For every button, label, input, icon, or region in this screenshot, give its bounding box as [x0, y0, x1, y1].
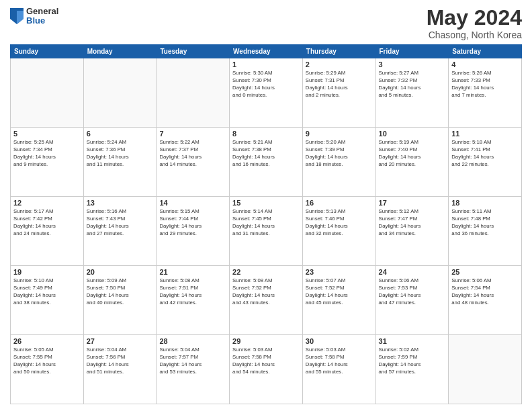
day-number: 5 — [13, 130, 81, 138]
day-number: 13 — [87, 199, 154, 207]
day-number: 30 — [306, 337, 373, 345]
day-number: 20 — [87, 268, 154, 276]
page: General Blue May 2024 Chasong, North Kor… — [0, 0, 532, 411]
calendar-cell — [449, 335, 522, 404]
day-info: Sunrise: 5:09 AM Sunset: 7:50 PM Dayligh… — [87, 277, 154, 307]
calendar-header-friday: Friday — [375, 45, 449, 58]
calendar-header-monday: Monday — [83, 45, 157, 58]
day-info: Sunrise: 5:02 AM Sunset: 7:59 PM Dayligh… — [379, 347, 446, 376]
logo-blue-text: Blue — [26, 16, 58, 26]
calendar-header-wednesday: Wednesday — [230, 45, 303, 58]
calendar-cell — [157, 58, 230, 128]
calendar-week-4: 26Sunrise: 5:05 AM Sunset: 7:55 PM Dayli… — [11, 335, 522, 404]
day-number: 10 — [379, 130, 446, 138]
calendar-cell: 17Sunrise: 5:12 AM Sunset: 7:47 PM Dayli… — [375, 197, 449, 266]
day-info: Sunrise: 5:18 AM Sunset: 7:41 PM Dayligh… — [451, 139, 519, 169]
day-info: Sunrise: 5:16 AM Sunset: 7:43 PM Dayligh… — [87, 208, 154, 238]
calendar-week-3: 19Sunrise: 5:10 AM Sunset: 7:49 PM Dayli… — [11, 266, 522, 335]
day-info: Sunrise: 5:10 AM Sunset: 7:49 PM Dayligh… — [13, 277, 81, 307]
calendar-cell: 12Sunrise: 5:17 AM Sunset: 7:42 PM Dayli… — [11, 197, 84, 266]
day-info: Sunrise: 5:12 AM Sunset: 7:47 PM Dayligh… — [379, 208, 446, 238]
day-number: 4 — [451, 60, 519, 68]
calendar-cell: 26Sunrise: 5:05 AM Sunset: 7:55 PM Dayli… — [11, 335, 84, 404]
calendar-cell: 18Sunrise: 5:11 AM Sunset: 7:48 PM Dayli… — [449, 197, 522, 266]
day-info: Sunrise: 5:17 AM Sunset: 7:42 PM Dayligh… — [13, 208, 81, 238]
calendar-week-1: 5Sunrise: 5:25 AM Sunset: 7:34 PM Daylig… — [11, 128, 522, 197]
calendar-cell: 22Sunrise: 5:08 AM Sunset: 7:52 PM Dayli… — [230, 266, 303, 335]
calendar-cell: 24Sunrise: 5:06 AM Sunset: 7:53 PM Dayli… — [375, 266, 449, 335]
day-number: 8 — [232, 130, 300, 138]
day-number: 19 — [13, 268, 81, 276]
day-number: 14 — [159, 199, 226, 207]
day-info: Sunrise: 5:08 AM Sunset: 7:51 PM Dayligh… — [159, 277, 226, 307]
calendar-table: SundayMondayTuesdayWednesdayThursdayFrid… — [10, 44, 522, 404]
day-number: 28 — [159, 337, 226, 345]
day-info: Sunrise: 5:22 AM Sunset: 7:37 PM Dayligh… — [159, 139, 226, 169]
calendar-week-0: 1Sunrise: 5:30 AM Sunset: 7:30 PM Daylig… — [11, 58, 522, 128]
day-number: 18 — [451, 199, 519, 207]
logo: General Blue — [10, 7, 58, 26]
day-number: 15 — [232, 199, 300, 207]
day-info: Sunrise: 5:21 AM Sunset: 7:38 PM Dayligh… — [232, 139, 300, 169]
logo-general-text: General — [26, 7, 58, 16]
day-number: 23 — [306, 268, 373, 276]
title-location: Chasong, North Korea — [427, 30, 522, 40]
day-number: 21 — [159, 268, 226, 276]
svg-marker-1 — [17, 11, 24, 24]
calendar-cell: 1Sunrise: 5:30 AM Sunset: 7:30 PM Daylig… — [230, 58, 303, 128]
calendar-cell — [11, 58, 84, 128]
calendar-cell — [83, 58, 157, 128]
day-number: 6 — [87, 130, 154, 138]
day-info: Sunrise: 5:15 AM Sunset: 7:44 PM Dayligh… — [159, 208, 226, 238]
day-number: 1 — [232, 60, 300, 68]
day-number: 16 — [306, 199, 373, 207]
calendar-cell: 4Sunrise: 5:26 AM Sunset: 7:33 PM Daylig… — [449, 58, 522, 128]
calendar-cell: 15Sunrise: 5:14 AM Sunset: 7:45 PM Dayli… — [230, 197, 303, 266]
day-number: 12 — [13, 199, 81, 207]
day-info: Sunrise: 5:25 AM Sunset: 7:34 PM Dayligh… — [13, 139, 81, 169]
calendar-cell: 11Sunrise: 5:18 AM Sunset: 7:41 PM Dayli… — [449, 128, 522, 197]
day-info: Sunrise: 5:08 AM Sunset: 7:52 PM Dayligh… — [232, 277, 300, 307]
calendar-cell: 19Sunrise: 5:10 AM Sunset: 7:49 PM Dayli… — [11, 266, 84, 335]
header: General Blue May 2024 Chasong, North Kor… — [10, 7, 522, 40]
day-info: Sunrise: 5:06 AM Sunset: 7:54 PM Dayligh… — [451, 277, 519, 307]
calendar-cell: 6Sunrise: 5:24 AM Sunset: 7:36 PM Daylig… — [83, 128, 157, 197]
calendar-cell: 31Sunrise: 5:02 AM Sunset: 7:59 PM Dayli… — [375, 335, 449, 404]
day-info: Sunrise: 5:26 AM Sunset: 7:33 PM Dayligh… — [451, 70, 519, 99]
logo-text: General Blue — [26, 7, 58, 26]
day-info: Sunrise: 5:13 AM Sunset: 7:46 PM Dayligh… — [306, 208, 373, 238]
day-number: 2 — [306, 60, 373, 68]
title-month: May 2024 — [427, 7, 522, 28]
calendar-header-tuesday: Tuesday — [157, 45, 230, 58]
day-number: 29 — [232, 337, 300, 345]
calendar-cell: 23Sunrise: 5:07 AM Sunset: 7:52 PM Dayli… — [302, 266, 375, 335]
calendar-cell: 21Sunrise: 5:08 AM Sunset: 7:51 PM Dayli… — [157, 266, 230, 335]
calendar-header-thursday: Thursday — [302, 45, 375, 58]
day-info: Sunrise: 5:03 AM Sunset: 7:58 PM Dayligh… — [232, 347, 300, 376]
day-info: Sunrise: 5:30 AM Sunset: 7:30 PM Dayligh… — [232, 70, 300, 99]
calendar-cell: 30Sunrise: 5:03 AM Sunset: 7:58 PM Dayli… — [302, 335, 375, 404]
calendar-header-saturday: Saturday — [449, 45, 522, 58]
calendar-cell: 25Sunrise: 5:06 AM Sunset: 7:54 PM Dayli… — [449, 266, 522, 335]
day-info: Sunrise: 5:29 AM Sunset: 7:31 PM Dayligh… — [306, 70, 373, 99]
logo-icon — [10, 8, 24, 24]
calendar-cell: 9Sunrise: 5:20 AM Sunset: 7:39 PM Daylig… — [302, 128, 375, 197]
day-number: 31 — [379, 337, 446, 345]
day-info: Sunrise: 5:11 AM Sunset: 7:48 PM Dayligh… — [451, 208, 519, 238]
calendar-cell: 3Sunrise: 5:27 AM Sunset: 7:32 PM Daylig… — [375, 58, 449, 128]
day-number: 25 — [451, 268, 519, 276]
day-info: Sunrise: 5:03 AM Sunset: 7:58 PM Dayligh… — [306, 347, 373, 376]
calendar-cell: 29Sunrise: 5:03 AM Sunset: 7:58 PM Dayli… — [230, 335, 303, 404]
calendar-cell: 7Sunrise: 5:22 AM Sunset: 7:37 PM Daylig… — [157, 128, 230, 197]
day-info: Sunrise: 5:07 AM Sunset: 7:52 PM Dayligh… — [306, 277, 373, 307]
calendar-cell: 20Sunrise: 5:09 AM Sunset: 7:50 PM Dayli… — [83, 266, 157, 335]
day-info: Sunrise: 5:14 AM Sunset: 7:45 PM Dayligh… — [232, 208, 300, 238]
calendar-cell: 16Sunrise: 5:13 AM Sunset: 7:46 PM Dayli… — [302, 197, 375, 266]
day-info: Sunrise: 5:20 AM Sunset: 7:39 PM Dayligh… — [306, 139, 373, 169]
day-number: 24 — [379, 268, 446, 276]
day-number: 9 — [306, 130, 373, 138]
day-number: 3 — [379, 60, 446, 68]
day-info: Sunrise: 5:05 AM Sunset: 7:55 PM Dayligh… — [13, 347, 81, 376]
day-info: Sunrise: 5:04 AM Sunset: 7:56 PM Dayligh… — [87, 347, 154, 376]
calendar-header-row: SundayMondayTuesdayWednesdayThursdayFrid… — [11, 45, 522, 58]
